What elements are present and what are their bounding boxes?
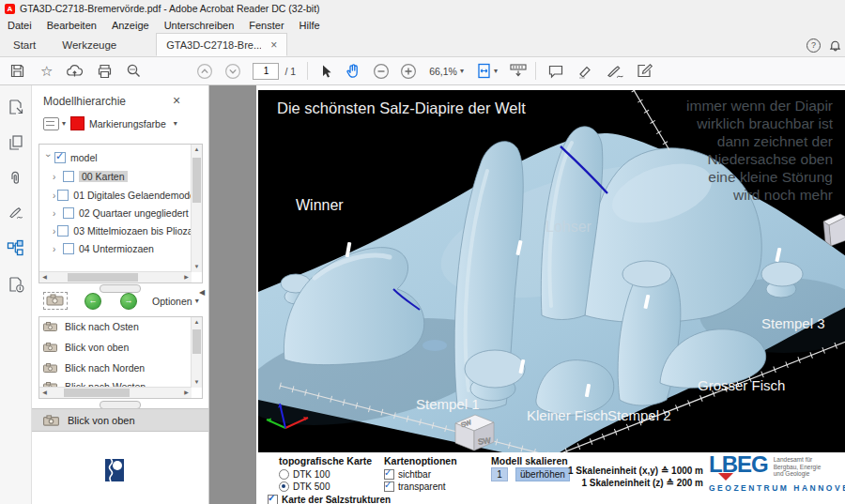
menu-bearbeiten[interactable]: Bearbeiten xyxy=(39,20,104,31)
scrollbar-thumb[interactable] xyxy=(192,158,201,203)
zoom-out-icon[interactable] xyxy=(373,63,390,80)
menu-datei[interactable]: Datei xyxy=(0,20,39,31)
select-tool-icon[interactable] xyxy=(319,64,333,79)
checkbox-icon[interactable] xyxy=(63,207,74,219)
next-view-button[interactable]: → xyxy=(120,293,137,310)
expander-icon[interactable]: › xyxy=(53,191,55,201)
scroll-down-icon[interactable]: ▼ xyxy=(192,377,202,388)
expander-icon[interactable]: › xyxy=(53,172,61,182)
document-info-icon[interactable] xyxy=(8,276,24,297)
3d-viewport[interactable]: SW SW Die schönsten Salz-Diapire der Wel… xyxy=(258,90,845,452)
sign-pen-icon[interactable] xyxy=(606,64,624,79)
expander-icon[interactable]: › xyxy=(53,208,61,219)
views-horizontal-scrollbar[interactable]: ◀ ▶ xyxy=(39,387,192,398)
scroll-up-icon[interactable]: ▲ xyxy=(192,317,202,328)
scroll-left-icon[interactable]: ◀ xyxy=(39,272,50,283)
tree-row[interactable]: › 03 Mittelmiozaen bis Pliozae xyxy=(39,223,191,238)
tree-options-caret-icon[interactable]: ▾ xyxy=(62,119,66,128)
page-display-icon[interactable] xyxy=(509,63,528,79)
expander-icon[interactable]: › xyxy=(53,244,61,254)
view-item-label[interactable]: Blick nach Osten xyxy=(65,321,139,332)
scroll-up-icon[interactable]: ▲ xyxy=(192,145,202,155)
tree-row[interactable]: › 00 Karten xyxy=(39,169,191,184)
checkbox-checked-icon[interactable] xyxy=(384,481,394,492)
checkbox-icon[interactable] xyxy=(63,243,74,254)
search-icon[interactable] xyxy=(126,63,142,79)
previous-view-button[interactable]: ← xyxy=(84,293,101,310)
tree-row[interactable]: › 02 Quartaer ungegliedert xyxy=(39,206,191,221)
notification-bell-icon[interactable] xyxy=(829,38,841,53)
view-item[interactable]: Blick nach Osten xyxy=(43,321,139,332)
radio-icon[interactable] xyxy=(279,469,289,480)
scroll-right-icon[interactable]: ▶ xyxy=(181,388,192,398)
radio-dtk100[interactable]: DTK 100 xyxy=(279,469,391,480)
hand-tool-icon[interactable] xyxy=(345,63,361,79)
fill-sign-icon[interactable] xyxy=(636,63,653,79)
scrollbar-thumb[interactable] xyxy=(68,273,138,282)
collapse-panel-icon[interactable]: ◀ xyxy=(199,288,205,297)
options-menu[interactable]: Optionen xyxy=(152,296,192,307)
tree-item-label[interactable]: 02 Quartaer ungegliedert xyxy=(79,207,189,219)
transparent-checkbox[interactable]: transparent xyxy=(384,481,457,492)
comment-icon[interactable] xyxy=(547,64,564,79)
visible-checkbox[interactable]: sichtbar xyxy=(384,469,457,480)
tree-vertical-scrollbar[interactable]: ▲ ▼ xyxy=(191,145,202,272)
scroll-down-icon[interactable]: ▼ xyxy=(192,262,202,272)
tree-options-icon[interactable] xyxy=(43,117,59,130)
radio-dtk500[interactable]: DTK 500 xyxy=(279,481,391,492)
close-tab-icon[interactable]: × xyxy=(270,39,277,51)
signatures-icon[interactable] xyxy=(8,206,24,224)
tree-row[interactable]: › 01 Digitales Gelaendemodell xyxy=(39,188,191,203)
scroll-left-icon[interactable]: ◀ xyxy=(39,388,50,398)
checkbox-icon[interactable] xyxy=(57,190,69,201)
diapir-winner[interactable] xyxy=(284,248,423,365)
export-pdf-icon[interactable] xyxy=(8,99,24,119)
tree-root-label[interactable]: model xyxy=(70,152,98,163)
menu-hilfe[interactable]: Hilfe xyxy=(292,20,328,31)
tree-item-label[interactable]: 00 Karten xyxy=(79,171,128,182)
page-thumbnails-icon[interactable] xyxy=(8,134,24,155)
salt-structures-checkbox[interactable]: Karte der Salzstrukturen xyxy=(268,495,391,504)
favorites-star-icon[interactable]: ☆ xyxy=(40,64,53,78)
checkbox-checked-icon[interactable] xyxy=(384,469,394,480)
expander-icon[interactable]: › xyxy=(43,154,54,162)
exaggerate-button[interactable]: überhöhen xyxy=(515,467,570,481)
views-vertical-scrollbar[interactable]: ▲ ▼ xyxy=(191,317,202,388)
save-icon[interactable] xyxy=(9,63,25,79)
tree-row[interactable]: › 04 Untermiozaen xyxy=(39,241,191,256)
tree-item-label[interactable]: 03 Mittelmiozaen bis Pliozae xyxy=(73,225,198,237)
radio-selected-icon[interactable] xyxy=(279,481,289,492)
menu-fenster[interactable]: Fenster xyxy=(241,20,291,31)
page-number-input[interactable] xyxy=(253,63,279,80)
highlight-icon[interactable] xyxy=(576,64,593,79)
scroll-right-icon[interactable]: ▶ xyxy=(181,272,192,283)
zoom-level-select[interactable]: 66,1% ▾ xyxy=(429,66,464,77)
expander-icon[interactable]: › xyxy=(53,226,55,237)
marker-color-caret-icon[interactable]: ▾ xyxy=(174,119,177,128)
print-icon[interactable] xyxy=(97,64,113,79)
next-page-icon[interactable] xyxy=(224,63,241,80)
previous-page-icon[interactable] xyxy=(196,63,213,80)
current-view-bar[interactable]: Blick von oben xyxy=(32,408,208,432)
scrollbar-thumb[interactable] xyxy=(64,389,130,397)
tab-start[interactable]: Start xyxy=(0,35,49,56)
view-item[interactable]: Blick nach Norden xyxy=(43,362,145,374)
model-tree-icon[interactable] xyxy=(7,239,24,261)
panel-close-icon[interactable]: × xyxy=(173,93,180,108)
tab-werkzeuge[interactable]: Werkzeuge xyxy=(49,35,130,56)
checkbox-icon[interactable] xyxy=(63,171,74,182)
share-cloud-icon[interactable] xyxy=(66,64,84,79)
checkbox-checked-icon[interactable] xyxy=(54,152,66,163)
tree-horizontal-scrollbar[interactable]: ◀ ▶ xyxy=(39,271,192,283)
tree-row-root[interactable]: › model xyxy=(39,150,191,165)
checkbox-icon[interactable] xyxy=(57,225,69,237)
options-caret-icon[interactable]: ▾ xyxy=(195,297,199,305)
scale-value-input[interactable]: 1 xyxy=(491,467,508,481)
view-item[interactable]: Blick von oben xyxy=(43,342,129,353)
view-item-label[interactable]: Blick von oben xyxy=(65,342,129,353)
tree-item-label[interactable]: 04 Untermiozaen xyxy=(79,243,154,254)
scrollbar-thumb[interactable] xyxy=(192,329,201,354)
help-icon[interactable]: ? xyxy=(807,38,821,53)
attachments-icon[interactable] xyxy=(8,170,24,191)
checkbox-checked-icon[interactable] xyxy=(268,495,278,504)
